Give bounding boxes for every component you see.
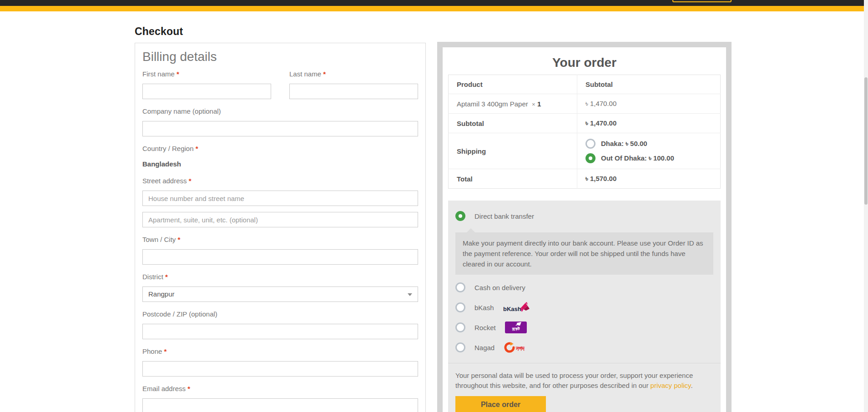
- required-mark: *: [178, 236, 181, 243]
- required-mark: *: [189, 177, 192, 185]
- required-mark: *: [165, 273, 168, 281]
- checkout-page: Checkout Billing details First name * La…: [0, 0, 868, 412]
- total-label: Total: [449, 169, 577, 189]
- required-mark: *: [323, 70, 326, 78]
- phone-field[interactable]: [142, 361, 418, 377]
- quantity-value: 1: [537, 100, 541, 108]
- subtotal-value: ৳ 1,470.00: [577, 114, 721, 133]
- shipping-row: Shipping Dhaka: ৳ 50.00 Out Of Dhaka: ৳ …: [449, 133, 721, 169]
- quantity-separator: ×: [532, 101, 535, 108]
- order-panel: Your order Product Subtotal Aptamil 3 40…: [437, 42, 732, 412]
- phone-label: Phone *: [142, 347, 418, 356]
- shipping-label: Shipping: [449, 133, 577, 169]
- svg-text:নগদ: নগদ: [515, 345, 525, 352]
- town-city-label: Town / City *: [142, 235, 418, 244]
- order-summary-table: Product Subtotal Aptamil 3 400gm Paper ×…: [448, 75, 721, 189]
- payment-method-label: Direct bank transfer: [474, 212, 534, 220]
- payment-method-cash-on-delivery[interactable]: Cash on delivery: [455, 282, 713, 293]
- country-region-label: Country / Region *: [142, 144, 418, 153]
- street-address-label: Street address *: [142, 176, 418, 186]
- company-name-field[interactable]: [142, 121, 418, 136]
- radio-unselected-icon[interactable]: [585, 139, 595, 149]
- topbar-button[interactable]: [672, 0, 732, 2]
- order-panel-inner: Your order Product Subtotal Aptamil 3 40…: [443, 47, 726, 412]
- country-value: Bangladesh: [142, 160, 418, 169]
- accent-stripe: [0, 6, 868, 11]
- order-title: Your order: [448, 47, 721, 70]
- payment-method-label: Rocket: [474, 324, 496, 332]
- radio-selected-icon[interactable]: [585, 153, 595, 163]
- district-label: District *: [142, 272, 418, 281]
- total-value: ৳ 1,570.00: [577, 169, 721, 189]
- payment-method-description: Make your payment directly into our bank…: [455, 232, 713, 275]
- payment-method-bkash[interactable]: bKash bKash: [455, 302, 713, 313]
- district-select[interactable]: Rangpur: [142, 286, 418, 302]
- payment-method-direct-bank-transfer[interactable]: Direct bank transfer: [455, 211, 713, 221]
- radio-selected-icon[interactable]: [455, 211, 465, 221]
- order-item-row: Aptamil 3 400gm Paper × 1 ৳ 1,470.00: [449, 94, 721, 114]
- required-mark: *: [196, 145, 198, 152]
- product-column-header: Product: [449, 75, 577, 94]
- radio-unselected-icon[interactable]: [455, 282, 465, 292]
- subtotal-label: Subtotal: [449, 114, 577, 133]
- postcode-label: Postcode / ZIP (optional): [142, 310, 418, 319]
- company-name-label: Company name (optional): [142, 107, 418, 116]
- table-header-row: Product Subtotal: [449, 75, 721, 94]
- place-order-button[interactable]: Place order: [455, 396, 546, 412]
- last-name-label: Last name *: [289, 70, 418, 79]
- required-mark: *: [164, 347, 167, 355]
- privacy-notice: Your personal data will be used to proce…: [455, 371, 713, 391]
- billing-title: Billing details: [142, 50, 418, 64]
- billing-details-panel: Billing details First name * Last name *…: [135, 43, 426, 412]
- rocket-logo-icon: রকেট: [505, 322, 527, 333]
- chevron-down-icon: [408, 293, 412, 296]
- payment-methods-section: Direct bank transfer Make your payment d…: [448, 201, 721, 412]
- payment-method-label: Cash on delivery: [474, 284, 525, 291]
- first-name-label: First name *: [142, 70, 271, 79]
- last-name-field[interactable]: [289, 84, 418, 99]
- scrollbar-thumb[interactable]: [864, 77, 868, 205]
- required-mark: *: [187, 385, 190, 392]
- radio-unselected-icon[interactable]: [455, 322, 465, 332]
- first-name-field[interactable]: [142, 84, 271, 99]
- svg-text:রকেট: রকেট: [511, 326, 520, 332]
- subtotal-row: Subtotal ৳ 1,470.00: [449, 114, 721, 133]
- payment-method-label: Nagad: [474, 344, 495, 352]
- shipping-option-label: Dhaka: ৳ 50.00: [601, 140, 647, 148]
- nagad-logo-icon: নগদ: [504, 342, 532, 353]
- street-address-field[interactable]: [142, 191, 418, 206]
- order-item-name: Aptamil 3 400gm Paper × 1: [449, 94, 577, 114]
- radio-unselected-icon[interactable]: [455, 302, 465, 312]
- order-item-price: ৳ 1,470.00: [577, 94, 721, 114]
- page-title: Checkout: [135, 25, 183, 38]
- payment-method-label: bKash: [474, 304, 494, 312]
- shipping-option-out-of-dhaka[interactable]: Out Of Dhaka: ৳ 100.00: [585, 153, 712, 163]
- payment-method-nagad[interactable]: Nagad নগদ: [455, 342, 713, 353]
- shipping-option-label: Out Of Dhaka: ৳ 100.00: [601, 154, 674, 162]
- district-selected-value: Rangpur: [148, 290, 175, 298]
- scrollbar[interactable]: [864, 0, 868, 412]
- required-mark: *: [177, 70, 179, 78]
- subtotal-column-header: Subtotal: [577, 75, 721, 94]
- payment-divider: [448, 363, 721, 363]
- privacy-policy-link[interactable]: privacy policy: [651, 382, 691, 389]
- payment-method-rocket[interactable]: Rocket রকেট: [455, 322, 713, 333]
- apartment-field[interactable]: [142, 212, 418, 227]
- total-row: Total ৳ 1,570.00: [449, 169, 721, 189]
- postcode-field[interactable]: [142, 324, 418, 339]
- email-address-field[interactable]: [142, 398, 418, 412]
- email-address-label: Email address *: [142, 384, 418, 393]
- bkash-logo-icon: bKash: [503, 301, 530, 314]
- shipping-option-dhaka[interactable]: Dhaka: ৳ 50.00: [585, 139, 712, 149]
- town-city-field[interactable]: [142, 249, 418, 265]
- svg-text:bKash: bKash: [503, 306, 521, 312]
- radio-unselected-icon[interactable]: [455, 342, 465, 352]
- top-navigation-bar: [0, 0, 868, 6]
